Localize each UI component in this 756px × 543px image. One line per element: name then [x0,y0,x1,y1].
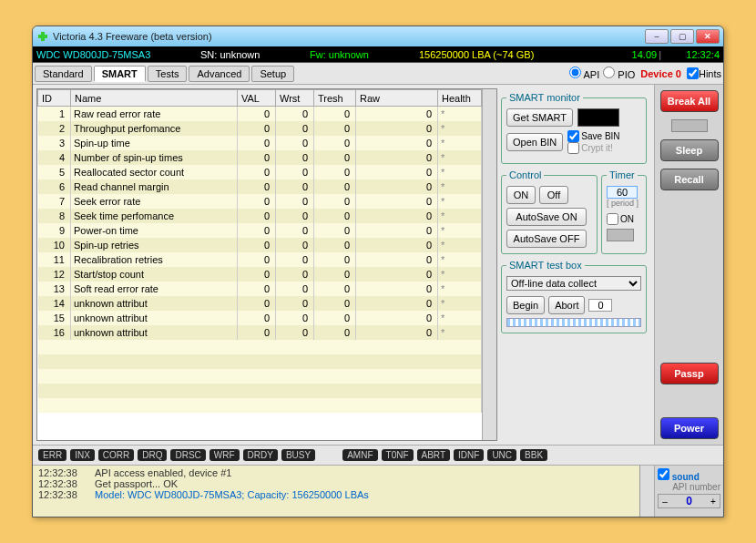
app-window: Victoria 4.3 Freeware (beta version) – ▢… [32,26,724,517]
clock-label: 12:32:4 [663,49,720,60]
table-row[interactable]: 12Start/stop count0000* [38,267,482,282]
table-row[interactable]: 11Recalibration retries0000* [38,252,482,267]
timer-led [607,229,634,241]
get-smart-button[interactable]: Get SMART [506,108,573,127]
table-row[interactable]: 13Soft read error rate0000* [38,282,482,296]
badge-inx: INX [70,449,95,461]
hints-checkbox[interactable]: Hints [687,67,721,79]
break-all-button[interactable]: Break All [660,90,719,112]
minimize-button[interactable]: – [645,29,669,44]
mode-api-radio[interactable]: API [569,67,599,80]
smart-led [577,108,619,127]
badge-drdy: DRDY [243,449,278,461]
right-toolbar: Break All Sleep Recall Passp Power [654,85,723,445]
titlebar[interactable]: Victoria 4.3 Freeware (beta version) – ▢… [33,26,723,46]
tab-advanced[interactable]: Advanced [189,66,250,82]
close-button[interactable]: ✕ [696,29,720,44]
badge-unc: UNC [487,449,516,461]
open-bin-button[interactable]: Open BIN [506,133,563,151]
api-plus[interactable]: + [707,497,720,507]
table-row[interactable]: 10Spin-up retries0000* [38,238,482,252]
badge-bbk: BBK [520,449,547,461]
control-on-button[interactable]: ON [506,186,536,204]
api-number-stepper[interactable]: – 0 + [658,494,720,508]
drive-lba: 156250000 LBA (~74 GB) [419,49,611,60]
col-name[interactable]: Name [71,90,238,107]
timer-on-checkbox[interactable]: ON [607,213,641,225]
badge-corr: CORR [98,449,134,461]
tab-smart[interactable]: SMART [94,66,146,82]
tab-standard[interactable]: Standard [35,66,92,82]
tab-tests[interactable]: Tests [148,66,188,82]
recall-button[interactable]: Recall [660,169,719,190]
control-off-button[interactable]: Off [539,186,568,204]
drive-sn: SN: unknown [200,49,310,60]
col-raw[interactable]: Raw [356,90,438,107]
col-health[interactable]: Health [438,90,482,107]
badge-drsc: DRSC [170,449,205,461]
control-group: Control ON Off AutoSave ON AutoSave OFF [501,169,598,254]
tab-setup[interactable]: Setup [251,66,294,82]
crypt-it-checkbox[interactable]: Crypt it! [567,142,619,154]
window-title: Victoria 4.3 Freeware (beta version) [53,31,643,42]
tab-bar: StandardSMARTTestsAdvancedSetup API PIO … [33,63,723,85]
table-row[interactable]: 7Seek error rate0000* [38,194,482,209]
abort-button[interactable]: Abort [548,296,585,314]
date-label: 14.09 [611,49,657,60]
save-bin-checkbox[interactable]: Save BIN [567,130,619,142]
sound-checkbox[interactable]: sound [658,468,720,482]
badge-err: ERR [38,449,66,461]
test-progress [506,318,641,327]
col-wrst[interactable]: Wrst [276,90,314,107]
timer-input[interactable] [607,186,638,199]
smart-monitor-group: SMART monitor Get SMART Open BIN Save BI… [501,92,647,164]
autosave-off-button[interactable]: AutoSave OFF [506,230,587,248]
mode-pio-radio[interactable]: PIO [603,67,635,80]
table-row[interactable]: 8Seek time perfomance0000* [38,209,482,223]
col-tresh[interactable]: Tresh [314,90,356,107]
table-row[interactable]: 2Throughput perfomance0000* [38,121,482,136]
sleep-button[interactable]: Sleep [660,139,719,161]
begin-button[interactable]: Begin [506,296,545,314]
badge-drq: DRQ [138,449,167,461]
smart-table: IDNameVALWrstTreshRawHealth 1Raw read er… [36,88,497,441]
badge-idnf: IDNF [454,449,484,461]
passp-button[interactable]: Passp [660,363,719,384]
status-badges: ERRINXCORRDRQDRSCWRFDRDYBUSYAMNFT0NFABRT… [33,445,723,465]
table-row[interactable]: 4Number of spin-up times0000* [38,150,482,165]
smart-test-group: SMART test box Off-line data collect Beg… [501,260,647,333]
drive-model: WDC WD800JD-75MSA3 [36,49,200,60]
table-row[interactable]: 9Power-on time0000* [38,223,482,238]
autosave-on-button[interactable]: AutoSave ON [506,208,587,226]
badge-wrf: WRF [209,449,240,461]
table-row[interactable]: 15unknown attribut0000* [38,311,482,325]
badge-abrt: ABRT [417,449,451,461]
badge-amnf: AMNF [342,449,377,461]
table-row[interactable]: 1Raw read error rate0000* [38,107,482,121]
test-value-input[interactable] [588,299,612,312]
table-row[interactable]: 14unknown attribut0000* [38,296,482,311]
badge-busy: BUSY [281,449,315,461]
table-scrollbar[interactable] [482,89,496,440]
device-label: Device 0 [640,68,681,79]
badge-t0nf: T0NF [382,449,414,461]
maximize-button[interactable]: ▢ [670,29,694,44]
test-select[interactable]: Off-line data collect [506,276,641,291]
log-area: 12:32:38API access enabled, device #112:… [33,466,639,517]
timer-group: Timer [ period ] ON [601,169,647,254]
svg-rect-1 [38,35,47,38]
table-row[interactable]: 6Read channel margin0000* [38,179,482,194]
power-button[interactable]: Power [660,417,719,439]
table-row[interactable]: 5Reallocated sector count0000* [38,165,482,179]
drive-info-bar: WDC WD800JD-75MSA3 SN: unknown Fw: unkno… [33,46,723,63]
table-row[interactable]: 3Spin-up time0000* [38,136,482,150]
api-number-label: API number [658,482,720,492]
api-minus[interactable]: – [659,497,671,507]
slot-1 [671,119,708,132]
app-icon [36,30,49,43]
log-scrollbar[interactable] [639,466,654,517]
drive-fw: Fw: unknown [310,49,419,60]
col-id[interactable]: ID [38,90,71,107]
col-val[interactable]: VAL [238,90,276,107]
table-row[interactable]: 16unknown attribut0000* [38,325,482,340]
